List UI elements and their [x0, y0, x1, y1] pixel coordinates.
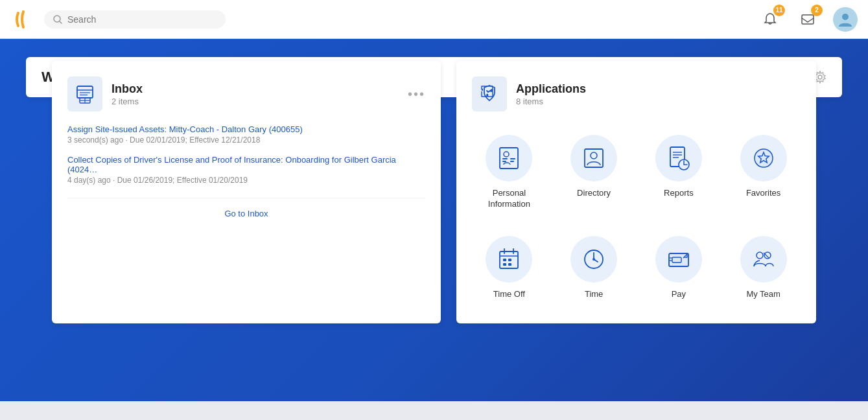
- svg-line-1: [60, 21, 62, 23]
- nav-icons: 11 2: [758, 7, 858, 32]
- svg-rect-32: [503, 263, 506, 266]
- svg-point-42: [757, 252, 763, 259]
- inbox-item-meta-2: 4 day(s) ago · Due 01/26/2019; Effective…: [67, 176, 425, 185]
- inbox-card: Inbox 2 items ••• Assign Site-Issued Ass…: [52, 61, 441, 323]
- app-item-my-team[interactable]: My Team: [726, 228, 801, 308]
- my-team-icon: [740, 236, 787, 283]
- app-item-reports[interactable]: Reports: [642, 127, 716, 218]
- personal-information-label: Personal Information: [477, 188, 541, 210]
- svg-point-3: [842, 14, 849, 20]
- app-item-time-off[interactable]: Time Off: [472, 228, 546, 308]
- app-item-directory[interactable]: Directory: [557, 127, 631, 218]
- svg-rect-12: [500, 148, 518, 169]
- reports-icon: [655, 135, 702, 181]
- go-to-inbox-section: Go to Inbox: [67, 198, 425, 218]
- hero-band: Welcome, Jorge Helmer (970766): [0, 39, 868, 401]
- main-content-row: Inbox 2 items ••• Assign Site-Issued Ass…: [26, 61, 842, 323]
- svg-rect-17: [510, 161, 514, 162]
- time-off-label: Time Off: [493, 289, 525, 300]
- directory-label: Directory: [577, 188, 611, 199]
- applications-card: Applications 8 items: [456, 61, 816, 323]
- favorites-label: Favorites: [746, 188, 780, 199]
- my-team-label: My Team: [746, 289, 780, 300]
- svg-rect-16: [510, 158, 515, 159]
- inbox-icon-wrap: [67, 76, 102, 111]
- svg-rect-5: [77, 86, 93, 98]
- search-input[interactable]: [67, 14, 210, 25]
- inbox-subtitle: 2 items: [111, 97, 143, 106]
- svg-rect-30: [503, 259, 506, 261]
- svg-rect-31: [508, 259, 511, 261]
- inbox-item-meta-1: 3 second(s) ago · Due 02/01/2019; Effect…: [67, 135, 425, 145]
- apps-subtitle: 8 items: [516, 97, 586, 106]
- app-item-time[interactable]: Time: [557, 228, 631, 308]
- notifications-button[interactable]: 11: [758, 7, 782, 32]
- favorites-icon: [740, 135, 787, 181]
- svg-point-4: [818, 75, 822, 79]
- apps-title: Applications: [516, 82, 586, 96]
- notification-badge: 11: [773, 5, 785, 16]
- workday-logo[interactable]: [10, 6, 36, 32]
- inbox-title: Inbox: [111, 82, 143, 96]
- pay-label: Pay: [672, 289, 686, 300]
- apps-grid: Personal Information Directory: [472, 127, 801, 308]
- time-off-icon: [486, 236, 532, 283]
- reports-label: Reports: [664, 188, 694, 199]
- inbox-item: Assign Site-Issued Assets: Mitty-Coach -…: [67, 124, 425, 145]
- svg-rect-14: [502, 158, 508, 159]
- svg-rect-15: [502, 161, 506, 162]
- user-avatar[interactable]: [833, 7, 858, 32]
- search-icon: [53, 15, 62, 24]
- top-navigation: 11 2: [0, 0, 868, 39]
- svg-point-43: [764, 252, 771, 259]
- inbox-more-menu[interactable]: •••: [408, 87, 425, 102]
- go-to-inbox-link[interactable]: Go to Inbox: [224, 209, 268, 218]
- svg-rect-33: [508, 263, 511, 266]
- personal-information-icon: [486, 135, 532, 181]
- pay-icon: [655, 236, 702, 283]
- time-label: Time: [585, 289, 603, 300]
- inbox-button[interactable]: 2: [795, 7, 820, 32]
- inbox-header: Inbox 2 items •••: [67, 76, 425, 111]
- inbox-item-title-1[interactable]: Assign Site-Issued Assets: Mitty-Coach -…: [67, 124, 425, 134]
- apps-header: Applications 8 items: [472, 76, 801, 111]
- app-item-favorites[interactable]: Favorites: [726, 127, 801, 218]
- inbox-text: Inbox 2 items: [111, 82, 143, 106]
- inbox-badge: 2: [811, 5, 823, 16]
- inbox-title-row: Inbox 2 items: [67, 76, 143, 111]
- search-box[interactable]: [44, 10, 226, 29]
- app-item-pay[interactable]: Pay: [642, 228, 716, 308]
- app-item-personal-information[interactable]: Personal Information: [472, 127, 546, 218]
- time-icon: [570, 236, 617, 283]
- apps-text: Applications 8 items: [516, 82, 586, 106]
- inbox-item: Collect Copies of Driver's License and P…: [67, 155, 425, 185]
- inbox-item-title-2[interactable]: Collect Copies of Driver's License and P…: [67, 155, 425, 174]
- apps-icon-wrap: [472, 76, 507, 111]
- svg-point-37: [592, 258, 595, 261]
- inbox-items-list: Assign Site-Issued Assets: Mitty-Coach -…: [67, 124, 425, 185]
- directory-icon: [570, 135, 617, 181]
